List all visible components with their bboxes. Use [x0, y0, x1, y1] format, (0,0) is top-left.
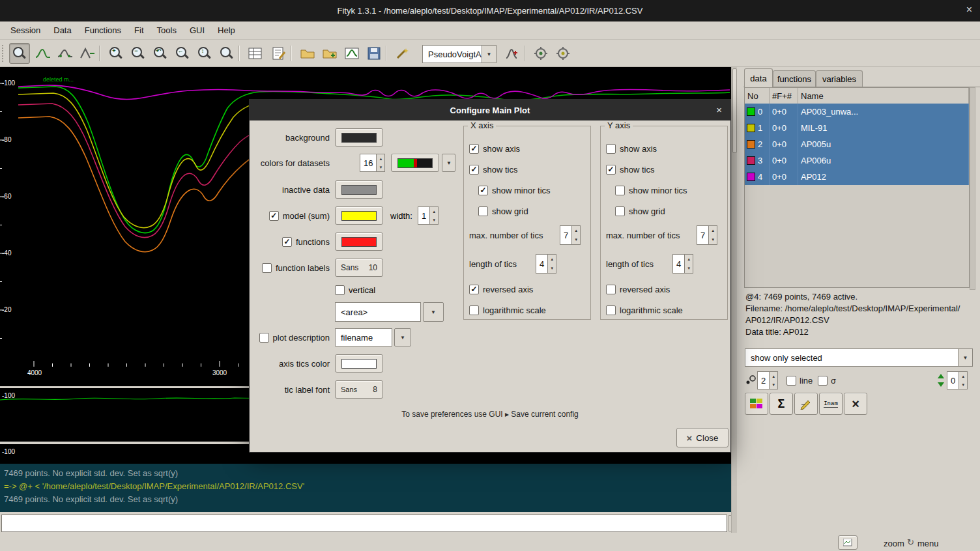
header-fn[interactable]: #F+#	[770, 88, 798, 104]
sum-button[interactable]: Σ	[770, 393, 793, 415]
menu-fit[interactable]: Fit	[128, 23, 150, 38]
dialog-titlebar[interactable]: Configure Main Plot ×	[250, 100, 730, 120]
menu-gui[interactable]: GUI	[183, 23, 211, 38]
x-show-axis-checkbox[interactable]: ✓	[469, 144, 479, 154]
fit-undo-button[interactable]	[553, 43, 573, 64]
plot-description-checkbox[interactable]	[259, 333, 269, 343]
delete-button[interactable]: ×	[844, 393, 867, 415]
menu-help[interactable]: Help	[211, 23, 242, 38]
status-menu-label[interactable]: menu	[917, 539, 939, 548]
colors-count-spinner[interactable]: 16 ▲▼	[360, 154, 385, 172]
window-titlebar[interactable]: Fityk 1.3.1 - /home/aleplo/test/Desktop/…	[0, 0, 980, 21]
background-color-button[interactable]	[335, 128, 383, 147]
data-filter-select[interactable]: show only selected ▼	[745, 348, 973, 367]
dialog-close-button[interactable]: ×	[716, 104, 722, 115]
output-console[interactable]: 7469 points. No explicit std. dev. Set a…	[0, 464, 731, 512]
left-panel-scrollbar[interactable]	[731, 67, 737, 533]
menu-tools[interactable]: Tools	[151, 23, 183, 38]
zoom-y-button[interactable]: ↕	[194, 43, 215, 64]
command-input[interactable]	[1, 515, 727, 532]
y-tics-length-spinner[interactable]: 4▲▼	[672, 254, 693, 274]
model-color-button[interactable]	[335, 206, 383, 225]
sigma-checkbox[interactable]	[818, 376, 828, 386]
tab-data[interactable]: data	[744, 68, 773, 87]
label-font-button[interactable]: Sans 10	[335, 259, 383, 277]
edit-data-button[interactable]	[794, 393, 818, 415]
x-show-tics-checkbox[interactable]: ✓	[469, 165, 479, 175]
description-dropdown[interactable]: ▼	[394, 328, 411, 346]
vertical-checkbox[interactable]	[335, 285, 345, 295]
y-show-axis-checkbox[interactable]	[606, 144, 616, 154]
y-show-minor-tics-checkbox[interactable]	[615, 186, 625, 195]
script-editor-button[interactable]	[268, 43, 289, 64]
label-content-select[interactable]: <area>	[335, 302, 421, 322]
export-plot-button[interactable]	[341, 43, 362, 64]
x-tics-length-spinner[interactable]: 4▲▼	[536, 254, 556, 274]
dialog-close-action-button[interactable]: × Close	[676, 428, 728, 447]
description-select[interactable]: filename	[335, 328, 392, 346]
table-scrollbar[interactable]	[970, 87, 975, 290]
table-row[interactable]: 3 0+0 AP006u	[745, 152, 969, 169]
menu-data[interactable]: Data	[47, 23, 78, 38]
y-logarithmic-checkbox[interactable]	[606, 305, 616, 315]
x-show-minor-tics-checkbox[interactable]: ✓	[478, 186, 488, 195]
window-close-button[interactable]: ×	[966, 4, 972, 16]
zoom-x-button[interactable]: ←	[172, 43, 193, 64]
zoom-in-button[interactable]: +	[106, 43, 126, 64]
data-table-button[interactable]	[245, 43, 266, 64]
menu-session[interactable]: Session	[4, 23, 47, 38]
fit-run-button[interactable]	[530, 43, 551, 64]
x-max-tics-spinner[interactable]: 7▲▼	[560, 225, 581, 245]
y-reversed-checkbox[interactable]	[606, 285, 616, 294]
open-data-button[interactable]	[297, 43, 318, 64]
shift-spinner[interactable]: 0 ▲▼	[947, 371, 968, 389]
functions-checkbox[interactable]: ✓	[282, 237, 292, 247]
chevron-down-icon[interactable]: ▼	[958, 348, 973, 367]
spinner-arrows[interactable]: ▲▼	[376, 154, 384, 171]
save-session-button[interactable]	[364, 43, 384, 64]
zoom-out-button[interactable]: −	[128, 43, 149, 64]
header-name[interactable]: Name	[798, 88, 969, 104]
rename-button[interactable]: Inam	[819, 393, 843, 415]
strip-background-button[interactable]	[392, 43, 413, 64]
y-max-tics-spinner[interactable]: 7▲▼	[697, 225, 717, 245]
scrollbar-thumb[interactable]	[732, 68, 737, 153]
add-function-button[interactable]	[502, 43, 523, 64]
function-type-select[interactable]: PseudoVoigtA ▼	[422, 45, 497, 63]
spinner-arrows[interactable]: ▲▼	[958, 372, 967, 389]
model-checkbox[interactable]: ✓	[269, 211, 279, 221]
chevron-down-icon[interactable]: ▼	[482, 45, 497, 63]
axis-tics-color-button[interactable]	[335, 354, 383, 373]
x-reversed-checkbox[interactable]: ✓	[469, 285, 479, 294]
inactive-data-color-button[interactable]	[335, 180, 383, 199]
data-view-button[interactable]	[745, 393, 768, 415]
spinner-arrows[interactable]: ▲▼	[684, 255, 693, 273]
spinner-arrows[interactable]: ▲▼	[571, 226, 580, 244]
spinner-arrows[interactable]: ▲▼	[769, 372, 777, 389]
dataset-colors-button[interactable]	[391, 154, 439, 172]
menu-functions[interactable]: Functions	[78, 23, 128, 38]
status-zoom-button[interactable]	[838, 535, 857, 550]
x-logarithmic-checkbox[interactable]	[469, 305, 479, 315]
x-show-grid-checkbox[interactable]	[478, 206, 488, 216]
tab-variables[interactable]: variables	[816, 70, 863, 87]
functions-color-button[interactable]	[335, 233, 383, 251]
zoom-all-button[interactable]	[216, 43, 237, 64]
tic-font-button[interactable]: Sans 8	[335, 380, 383, 399]
table-empty-area[interactable]	[745, 185, 969, 287]
table-row[interactable]: 1 0+0 MIL-91	[745, 120, 969, 136]
spinner-arrows[interactable]: ▲▼	[547, 255, 556, 273]
line-checkbox[interactable]	[786, 376, 796, 386]
mode-peak-button[interactable]	[77, 43, 98, 64]
tab-functions[interactable]: functions	[773, 70, 816, 87]
table-row[interactable]: 2 0+0 AP005u	[745, 136, 969, 152]
mode-range-button[interactable]	[55, 43, 76, 64]
zoom-reset-icon[interactable]: ↻	[907, 537, 914, 547]
spinner-arrows[interactable]: ▲▼	[429, 207, 438, 224]
table-row[interactable]: 4 0+0 AP012	[745, 169, 969, 185]
mode-data-button[interactable]	[33, 43, 53, 64]
label-content-dropdown[interactable]: ▼	[423, 302, 444, 322]
dataset-colors-dropdown[interactable]: ▼	[442, 154, 455, 172]
table-row[interactable]: 0 0+0 AP003_unwa...	[745, 104, 969, 120]
y-show-tics-checkbox[interactable]: ✓	[606, 165, 616, 175]
